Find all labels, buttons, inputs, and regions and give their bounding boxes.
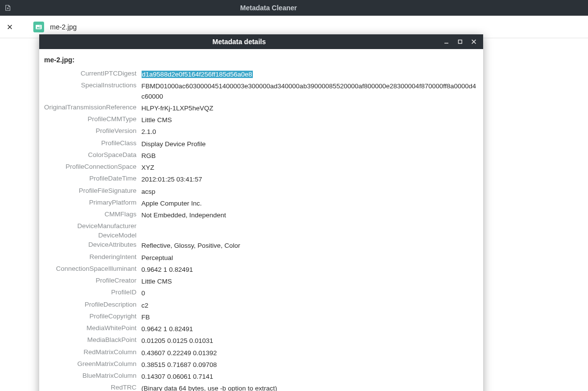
metadata-row: ProfileFileSignatureacsp: [44, 186, 478, 198]
metadata-value[interactable]: 0.9642 1 0.82491: [140, 323, 478, 335]
metadata-value[interactable]: (Binary data 64 bytes, use -b option to …: [140, 383, 478, 391]
svg-rect-3: [459, 40, 462, 44]
metadata-value[interactable]: [140, 221, 478, 231]
dialog-title: Metadata details: [39, 38, 439, 46]
metadata-value[interactable]: acsp: [140, 186, 478, 198]
metadata-key: MediaWhitePoint: [44, 323, 140, 335]
metadata-value[interactable]: FBMD01000ac6030000451400003e300000ad3400…: [140, 80, 478, 103]
metadata-key: ProfileDescription: [44, 300, 140, 312]
metadata-row: OriginalTransmissionReferenceHLPY-frKj-1…: [44, 103, 478, 114]
metadata-row: ProfileDateTime2012:01:25 03:41:57: [44, 174, 478, 185]
metadata-row: ProfileCopyrightFB: [44, 312, 478, 323]
dialog-filename: me-2.jpg:: [44, 56, 478, 64]
metadata-row: ProfileConnectionSpaceXYZ: [44, 162, 478, 174]
metadata-key: ColorSpaceData: [44, 150, 140, 162]
metadata-key: DeviceManufacturer: [44, 221, 140, 231]
metadata-row: ProfileCreatorLittle CMS: [44, 276, 478, 287]
metadata-key: RedMatrixColumn: [44, 347, 140, 359]
metadata-value[interactable]: 2012:01:25 03:41:57: [140, 174, 478, 185]
metadata-value[interactable]: XYZ: [140, 162, 478, 174]
metadata-key: ProfileCreator: [44, 276, 140, 287]
metadata-key: BlueMatrixColumn: [44, 371, 140, 383]
metadata-value[interactable]: 0.9642 1 0.82491: [140, 264, 478, 276]
metadata-value[interactable]: 0: [140, 287, 478, 299]
metadata-value[interactable]: c2: [140, 300, 478, 312]
metadata-key: RedTRC: [44, 383, 140, 391]
metadata-key: RenderingIntent: [44, 252, 140, 264]
close-button[interactable]: [467, 35, 480, 48]
metadata-key: ProfileDateTime: [44, 174, 140, 185]
metadata-value[interactable]: 0.38515 0.71687 0.09708: [140, 359, 478, 371]
metadata-key: GreenMatrixColumn: [44, 359, 140, 371]
close-icon[interactable]: [6, 23, 14, 31]
app-title: Metadata Cleaner: [0, 4, 584, 12]
metadata-row: MediaWhitePoint0.9642 1 0.82491: [44, 323, 478, 335]
metadata-key: OriginalTransmissionReference: [44, 103, 140, 114]
metadata-key: ProfileCopyright: [44, 312, 140, 323]
metadata-table: CurrentIPTCDigestd1a9588d2e0f5164f256ff1…: [44, 69, 478, 391]
metadata-row: ProfileID0: [44, 287, 478, 299]
main-titlebar: Metadata Cleaner: [0, 0, 588, 16]
metadata-row: BlueMatrixColumn0.14307 0.06061 0.7141: [44, 371, 478, 383]
metadata-row: ProfileCMMTypeLittle CMS: [44, 114, 478, 126]
metadata-row: RedTRC(Binary data 64 bytes, use -b opti…: [44, 383, 478, 391]
metadata-row: GreenMatrixColumn0.38515 0.71687 0.09708: [44, 359, 478, 371]
metadata-key: DeviceAttributes: [44, 240, 140, 252]
metadata-row: MediaBlackPoint0.01205 0.0125 0.01031: [44, 335, 478, 347]
metadata-row: DeviceModel: [44, 231, 478, 240]
metadata-value[interactable]: HLPY-frKj-1LXP5heVQZ: [140, 103, 478, 114]
metadata-row: ProfileVersion2.1.0: [44, 126, 478, 138]
metadata-row: ProfileDescriptionc2: [44, 300, 478, 312]
metadata-key: ProfileFileSignature: [44, 186, 140, 198]
metadata-value[interactable]: Display Device Profile: [140, 138, 478, 150]
metadata-row: ConnectionSpaceIlluminant0.9642 1 0.8249…: [44, 264, 478, 276]
metadata-value[interactable]: 0.43607 0.22249 0.01392: [140, 347, 478, 359]
metadata-row: DeviceAttributesReflective, Glossy, Posi…: [44, 240, 478, 252]
metadata-row: PrimaryPlatformApple Computer Inc.: [44, 198, 478, 209]
metadata-value[interactable]: d1a9588d2e0f5164f256ff185d56a0e8: [140, 69, 478, 80]
metadata-value[interactable]: RGB: [140, 150, 478, 162]
metadata-key: ProfileVersion: [44, 126, 140, 138]
metadata-value[interactable]: 0.01205 0.0125 0.01031: [140, 335, 478, 347]
tab-filename: me-2.jpg: [50, 23, 76, 31]
metadata-value[interactable]: Little CMS: [140, 276, 478, 287]
metadata-row: CurrentIPTCDigestd1a9588d2e0f5164f256ff1…: [44, 69, 478, 80]
metadata-key: ConnectionSpaceIlluminant: [44, 264, 140, 276]
metadata-key: PrimaryPlatform: [44, 198, 140, 209]
metadata-key: MediaBlackPoint: [44, 335, 140, 347]
metadata-row: SpecialInstructionsFBMD01000ac6030000451…: [44, 80, 478, 103]
metadata-value[interactable]: Perceptual: [140, 252, 478, 264]
metadata-value[interactable]: [140, 231, 478, 240]
metadata-value[interactable]: FB: [140, 312, 478, 323]
svg-rect-0: [36, 25, 42, 29]
minimize-button[interactable]: [440, 35, 453, 48]
image-file-icon: [33, 22, 44, 32]
metadata-value[interactable]: 2.1.0: [140, 126, 478, 138]
dialog-titlebar: Metadata details: [39, 34, 483, 49]
metadata-value[interactable]: Little CMS: [140, 114, 478, 126]
metadata-row: RedMatrixColumn0.43607 0.22249 0.01392: [44, 347, 478, 359]
metadata-value[interactable]: Apple Computer Inc.: [140, 198, 478, 209]
metadata-key: ProfileCMMType: [44, 114, 140, 126]
metadata-row: ProfileClassDisplay Device Profile: [44, 138, 478, 150]
metadata-value[interactable]: Not Embedded, Independent: [140, 209, 478, 221]
metadata-row: RenderingIntentPerceptual: [44, 252, 478, 264]
metadata-row: CMMFlagsNot Embedded, Independent: [44, 209, 478, 221]
metadata-key: CurrentIPTCDigest: [44, 69, 140, 80]
metadata-dialog: Metadata details me-2.jpg: CurrentIPTCDi…: [39, 34, 483, 391]
metadata-row: DeviceManufacturer: [44, 221, 478, 231]
metadata-key: ProfileID: [44, 287, 140, 299]
metadata-key: DeviceModel: [44, 231, 140, 240]
metadata-key: SpecialInstructions: [44, 80, 140, 103]
svg-point-2: [40, 26, 41, 26]
metadata-key: CMMFlags: [44, 209, 140, 221]
metadata-row: ColorSpaceDataRGB: [44, 150, 478, 162]
metadata-key: ProfileConnectionSpace: [44, 162, 140, 174]
maximize-button[interactable]: [454, 35, 466, 48]
metadata-value[interactable]: Reflective, Glossy, Positive, Color: [140, 240, 478, 252]
dialog-content: me-2.jpg: CurrentIPTCDigestd1a9588d2e0f5…: [39, 49, 483, 391]
metadata-value[interactable]: 0.14307 0.06061 0.7141: [140, 371, 478, 383]
metadata-key: ProfileClass: [44, 138, 140, 150]
